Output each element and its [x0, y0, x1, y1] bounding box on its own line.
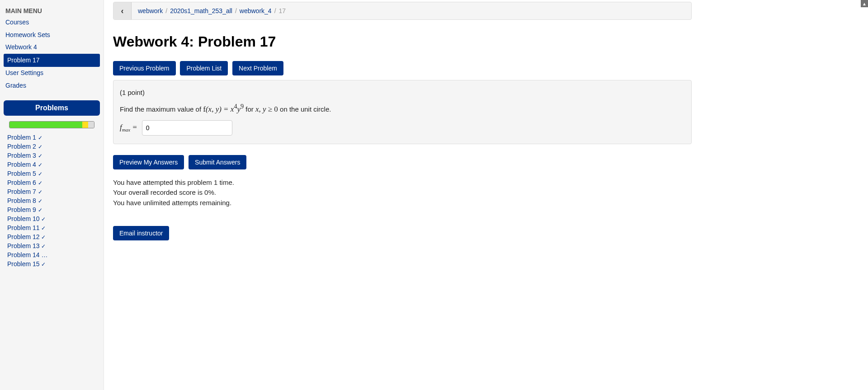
progress-bar-wrap: [4, 121, 100, 133]
sidebar: MAIN MENU Courses Homework Sets Webwork …: [0, 0, 104, 390]
check-icon: ✓: [38, 207, 42, 213]
check-icon: ✓: [38, 135, 42, 141]
problem-link[interactable]: Problem 10 ✓: [7, 215, 46, 222]
progress-green: [9, 122, 82, 128]
breadcrumb-link[interactable]: webwork: [138, 7, 163, 14]
next-problem-button[interactable]: Next Problem: [232, 61, 283, 75]
list-item: Problem 1 ✓: [7, 133, 96, 142]
problem-box: (1 point) Find the maximum value of f(x,…: [113, 80, 692, 144]
list-item: Problem 7 ✓: [7, 187, 96, 196]
prompt-prefix: Find the maximum value of: [120, 105, 203, 113]
breadcrumb-sep: /: [163, 7, 170, 14]
answer-label: fmax =: [120, 123, 137, 132]
breadcrumb-sep: /: [272, 7, 279, 14]
check-icon: ✓: [38, 198, 42, 204]
breadcrumb-link[interactable]: webwork_4: [240, 7, 272, 14]
answer-row: fmax =: [120, 120, 685, 136]
problem-link[interactable]: Problem 7 ✓: [7, 188, 42, 195]
problem-link[interactable]: Problem 2 ✓: [7, 143, 42, 150]
scroll-top-button[interactable]: ▲: [861, 0, 868, 7]
check-icon: ✓: [38, 189, 42, 195]
problem-list-button[interactable]: Problem List: [180, 61, 228, 75]
prompt-suffix: on the unit circle.: [280, 105, 331, 113]
main-menu-list: Courses Homework Sets Webwork 4 Problem …: [4, 16, 100, 92]
problems-panel: Problems Problem 1 ✓Problem 2 ✓Problem 3…: [4, 100, 100, 268]
breadcrumb-sep: /: [232, 7, 240, 14]
list-item: Problem 9 ✓: [7, 205, 96, 214]
problem-link[interactable]: Problem 15 ✓: [7, 260, 46, 268]
status-attempts: You have attempted this problem 1 time.: [113, 178, 692, 188]
problem-link[interactable]: Problem 12 ✓: [7, 233, 46, 240]
problem-prompt: Find the maximum value of f(x, y) = x4y9…: [120, 103, 685, 114]
problem-link[interactable]: Problem 6 ✓: [7, 179, 42, 186]
list-item: Problem 5 ✓: [7, 169, 96, 178]
list-item: Problem 10 ✓: [7, 214, 96, 223]
check-icon: ✓: [41, 234, 46, 240]
list-item: Problem 11 ✓: [7, 223, 96, 232]
problem-points: (1 point): [120, 89, 685, 96]
menu-problem17[interactable]: Problem 17: [4, 54, 100, 67]
check-icon: ✓: [38, 162, 42, 168]
list-item: Problem 12 ✓: [7, 232, 96, 241]
action-buttons: Preview My Answers Submit Answers: [113, 155, 692, 169]
email-instructor-wrap: Email instructor: [113, 226, 692, 240]
problem-nav-buttons: Previous Problem Problem List Next Probl…: [113, 61, 692, 75]
menu-webwork4[interactable]: Webwork 4: [4, 41, 100, 54]
page-title: Webwork 4: Problem 17: [113, 33, 692, 50]
menu-grades[interactable]: Grades: [4, 80, 100, 92]
breadcrumb: ‹ webwork/2020s1_math_253_all/webwork_4/…: [113, 2, 692, 20]
breadcrumb-link[interactable]: 2020s1_math_253_all: [170, 7, 232, 14]
progress-yellow: [82, 122, 88, 128]
progress-gray: [88, 122, 94, 128]
chevron-left-icon: ‹: [121, 6, 124, 16]
status-score: Your overall recorded score is 0%.: [113, 188, 692, 198]
problem-link[interactable]: Problem 13 ✓: [7, 242, 46, 249]
menu-homework-sets[interactable]: Homework Sets: [4, 29, 100, 42]
check-icon: ✓: [41, 225, 46, 231]
list-item: Problem 14 …: [7, 250, 96, 259]
math-f-expr: f(x, y) = x4y9: [203, 105, 244, 113]
menu-courses[interactable]: Courses: [4, 16, 100, 29]
menu-user-settings[interactable]: User Settings: [4, 67, 100, 80]
list-item: Problem 15 ✓: [7, 259, 96, 268]
problems-header: Problems: [4, 100, 100, 116]
breadcrumb-items: webwork/2020s1_math_253_all/webwork_4/17: [132, 7, 286, 14]
main-content: ‹ webwork/2020s1_math_253_all/webwork_4/…: [104, 0, 701, 390]
breadcrumb-current: 17: [279, 7, 286, 14]
problem-link[interactable]: Problem 14 …: [7, 251, 47, 258]
check-icon: ✓: [41, 216, 46, 222]
problem-link[interactable]: Problem 5 ✓: [7, 170, 42, 177]
list-item: Problem 13 ✓: [7, 241, 96, 250]
check-icon: ✓: [38, 153, 42, 159]
answer-input[interactable]: [142, 120, 232, 136]
math-cond: x, y ≥ 0: [255, 105, 278, 113]
list-item: Problem 4 ✓: [7, 160, 96, 169]
answer-equals: =: [130, 123, 137, 132]
list-item: Problem 3 ✓: [7, 151, 96, 160]
preview-answers-button[interactable]: Preview My Answers: [113, 155, 184, 169]
check-icon: ✓: [38, 171, 42, 177]
answer-label-sub: max: [122, 127, 130, 132]
list-item: Problem 6 ✓: [7, 178, 96, 187]
problem-link[interactable]: Problem 9 ✓: [7, 206, 42, 213]
previous-problem-button[interactable]: Previous Problem: [113, 61, 176, 75]
problem-link[interactable]: Problem 1 ✓: [7, 134, 42, 141]
problem-list: Problem 1 ✓Problem 2 ✓Problem 3 ✓Problem…: [4, 133, 100, 268]
check-icon: ✓: [41, 243, 46, 249]
email-instructor-button[interactable]: Email instructor: [113, 226, 169, 240]
ellipsis-icon: …: [41, 251, 47, 258]
list-item: Problem 8 ✓: [7, 196, 96, 205]
list-item: Problem 2 ✓: [7, 142, 96, 151]
submit-answers-button[interactable]: Submit Answers: [189, 155, 246, 169]
problem-link[interactable]: Problem 3 ✓: [7, 152, 42, 159]
check-icon: ✓: [38, 144, 42, 150]
problem-link[interactable]: Problem 4 ✓: [7, 161, 42, 168]
breadcrumb-back-button[interactable]: ‹: [113, 2, 132, 19]
status-remaining: You have unlimited attempts remaining.: [113, 198, 692, 208]
check-icon: ✓: [41, 261, 46, 268]
problem-link[interactable]: Problem 8 ✓: [7, 197, 42, 204]
problem-link[interactable]: Problem 11 ✓: [7, 224, 46, 231]
status-lines: You have attempted this problem 1 time. …: [113, 178, 692, 208]
check-icon: ✓: [38, 180, 42, 186]
prompt-mid: for: [245, 105, 255, 113]
